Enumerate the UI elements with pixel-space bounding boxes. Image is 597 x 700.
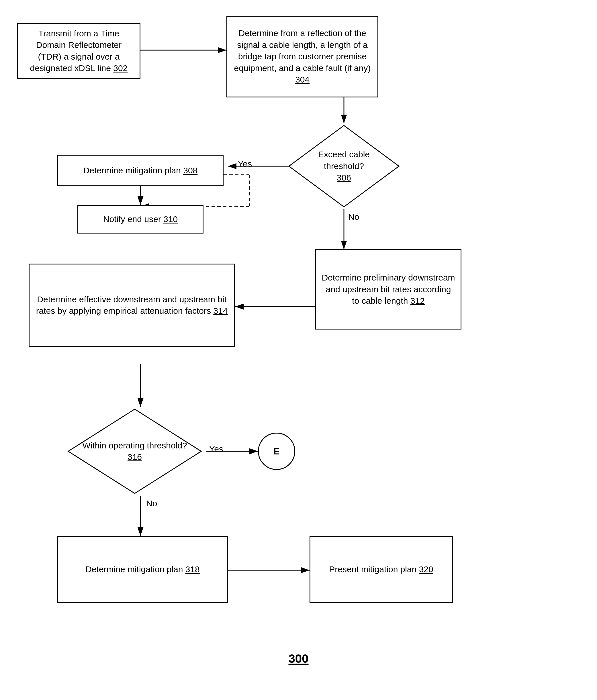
box-320: Present mitigation plan 320 [309,536,453,603]
no-label-306: No [348,212,359,222]
box-314-label: Determine effective downstream and upstr… [35,294,229,317]
diamond-316-label: Within operating threshold? 316 [66,407,203,496]
box-308: Determine mitigation plan 308 [57,155,224,186]
box-312-label: Determine preliminary downstream and ups… [321,272,455,307]
box-302-label: Transmit from a Time Domain Reflectomete… [23,28,134,74]
box-302: Transmit from a Time Domain Reflectomete… [17,23,141,79]
diamond-316-shape: Within operating threshold? 316 [66,407,203,496]
box-318-label: Determine mitigation plan 318 [85,564,200,575]
diamond-306-shape: Exceed cable threshold? 306 [287,123,401,209]
circle-e: E [258,433,295,470]
box-312: Determine preliminary downstream and ups… [315,249,462,329]
diagram-container: Transmit from a Time Domain Reflectomete… [0,0,597,700]
box-304-label: Determine from a reflection of the signa… [232,27,372,86]
diamond-316: Within operating threshold? 316 [66,407,203,496]
diagram-number: 300 [288,652,308,666]
box-304: Determine from a reflection of the signa… [226,16,378,97]
no-label-316: No [146,499,157,508]
yes-label-306: Yes [238,159,252,169]
box-320-label: Present mitigation plan 320 [329,564,433,575]
box-310-label: Notify end user 310 [103,214,178,225]
box-308-label: Determine mitigation plan 308 [83,165,198,176]
diamond-306-label: Exceed cable threshold? 306 [287,123,401,209]
diamond-306: Exceed cable threshold? 306 [287,123,401,209]
box-314: Determine effective downstream and upstr… [29,264,235,347]
box-310: Notify end user 310 [77,205,203,233]
yes-label-316: Yes [209,444,223,454]
box-318: Determine mitigation plan 318 [57,536,228,603]
